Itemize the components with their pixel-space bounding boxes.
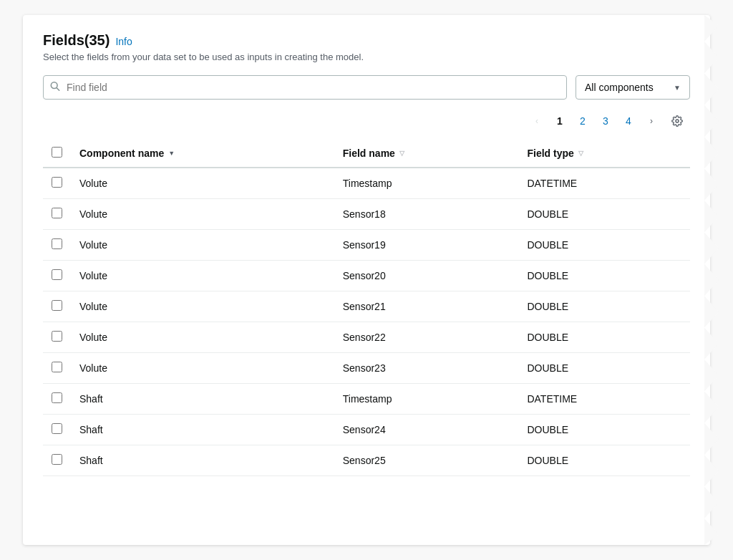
- row-checkbox-cell: [43, 415, 71, 445]
- fields-table: Component name ▼ Field name ▽ Field type…: [43, 140, 690, 476]
- row-field-name: Timestamp: [334, 384, 519, 415]
- table-row: Volute Sensor18 DOUBLE: [43, 199, 690, 230]
- component-filter-dropdown[interactable]: All components ▼: [576, 75, 690, 100]
- row-component-name: Volute: [71, 322, 334, 353]
- row-field-type: DOUBLE: [518, 445, 690, 476]
- row-component-name: Shaft: [71, 384, 334, 415]
- pagination-page-1-button[interactable]: 1: [550, 111, 570, 131]
- table-row: Volute Sensor22 DOUBLE: [43, 322, 690, 353]
- row-select-checkbox[interactable]: [52, 208, 62, 218]
- row-select-checkbox[interactable]: [52, 269, 62, 280]
- row-field-type: DATETIME: [518, 168, 690, 199]
- row-component-name: Volute: [71, 291, 334, 322]
- row-component-name: Volute: [71, 230, 334, 261]
- row-select-checkbox[interactable]: [52, 362, 62, 372]
- column-header-field-type-label: Field type: [527, 148, 573, 159]
- row-field-type: DOUBLE: [518, 230, 690, 261]
- row-field-name: Sensor20: [334, 261, 519, 291]
- table-row: Shaft Sensor24 DOUBLE: [43, 415, 690, 445]
- row-field-name: Sensor25: [334, 445, 519, 476]
- table-row: Volute Timestamp DATETIME: [43, 168, 690, 199]
- row-select-checkbox[interactable]: [52, 177, 62, 188]
- row-checkbox-cell: [43, 291, 71, 322]
- row-field-name: Sensor19: [334, 230, 519, 261]
- row-checkbox-cell: [43, 168, 71, 199]
- title-text: Fields: [43, 32, 84, 48]
- filter-selected-value: All components: [585, 82, 654, 93]
- panel-subtitle: Select the fields from your data set to …: [43, 52, 690, 62]
- row-field-name: Sensor18: [334, 199, 519, 230]
- row-checkbox-cell: [43, 261, 71, 291]
- field-type-sort-icon: ▽: [578, 150, 583, 157]
- row-select-checkbox[interactable]: [52, 392, 62, 403]
- row-field-type: DOUBLE: [518, 322, 690, 353]
- field-name-sort-icon: ▽: [399, 150, 404, 157]
- row-field-type: DOUBLE: [518, 199, 690, 230]
- row-field-type: DOUBLE: [518, 261, 690, 291]
- row-checkbox-cell: [43, 353, 71, 384]
- row-checkbox-cell: [43, 199, 71, 230]
- pagination-page-3-button[interactable]: 3: [596, 111, 616, 131]
- row-component-name: Shaft: [71, 415, 334, 445]
- panel-title: Fields(35): [43, 32, 110, 49]
- table-row: Volute Sensor20 DOUBLE: [43, 261, 690, 291]
- row-field-type: DATETIME: [518, 384, 690, 415]
- table-row: Shaft Sensor25 DOUBLE: [43, 445, 690, 476]
- table-row: Shaft Timestamp DATETIME: [43, 384, 690, 415]
- row-checkbox-cell: [43, 230, 71, 261]
- row-field-name: Sensor23: [334, 353, 519, 384]
- row-field-name: Sensor22: [334, 322, 519, 353]
- table-row: Volute Sensor23 DOUBLE: [43, 353, 690, 384]
- row-component-name: Volute: [71, 199, 334, 230]
- row-component-name: Volute: [71, 168, 334, 199]
- row-checkbox-cell: [43, 384, 71, 415]
- controls-row: All components ▼: [43, 75, 690, 100]
- row-select-checkbox[interactable]: [52, 238, 62, 249]
- row-checkbox-cell: [43, 322, 71, 353]
- select-all-cell: [43, 140, 71, 168]
- pagination-prev-button[interactable]: ‹: [527, 111, 547, 131]
- row-component-name: Volute: [71, 353, 334, 384]
- column-header-component-name-label: Component name: [79, 148, 164, 159]
- title-count: (35): [84, 32, 110, 48]
- pagination-next-button[interactable]: ›: [641, 111, 661, 131]
- table-row: Volute Sensor21 DOUBLE: [43, 291, 690, 322]
- panel-header: Fields(35) Info: [43, 32, 690, 49]
- table-header-row: Component name ▼ Field name ▽ Field type…: [43, 140, 690, 168]
- row-field-name: Sensor21: [334, 291, 519, 322]
- search-input[interactable]: [43, 75, 567, 100]
- pagination-page-2-button[interactable]: 2: [573, 111, 593, 131]
- table-row: Volute Sensor19 DOUBLE: [43, 230, 690, 261]
- search-wrapper: [43, 75, 567, 100]
- filter-dropdown-arrow-icon: ▼: [674, 84, 681, 92]
- row-field-type: DOUBLE: [518, 353, 690, 384]
- info-link[interactable]: Info: [115, 36, 132, 47]
- pagination-page-4-button[interactable]: 4: [618, 111, 639, 131]
- svg-point-2: [676, 120, 679, 122]
- row-field-type: DOUBLE: [518, 415, 690, 445]
- row-select-checkbox[interactable]: [52, 331, 62, 342]
- component-name-sort-desc-icon: ▼: [168, 150, 175, 157]
- column-header-component-name[interactable]: Component name ▼: [71, 140, 334, 168]
- table-body: Volute Timestamp DATETIME Volute Sensor1…: [43, 168, 690, 476]
- row-field-type: DOUBLE: [518, 291, 690, 322]
- row-select-checkbox[interactable]: [52, 300, 62, 311]
- row-select-checkbox[interactable]: [52, 454, 62, 465]
- row-component-name: Shaft: [71, 445, 334, 476]
- fields-panel: Fields(35) Info Select the fields from y…: [23, 15, 710, 545]
- row-field-name: Timestamp: [334, 168, 519, 199]
- row-checkbox-cell: [43, 445, 71, 476]
- row-field-name: Sensor24: [334, 415, 519, 445]
- row-component-name: Volute: [71, 261, 334, 291]
- column-header-field-name[interactable]: Field name ▽: [334, 140, 519, 168]
- column-header-field-name-label: Field name: [343, 148, 395, 159]
- select-all-checkbox[interactable]: [52, 147, 62, 158]
- table-settings-button[interactable]: [667, 111, 687, 131]
- row-select-checkbox[interactable]: [52, 423, 62, 434]
- pagination-row: ‹ 1 2 3 4 ›: [43, 111, 690, 131]
- column-header-field-type[interactable]: Field type ▽: [518, 140, 690, 168]
